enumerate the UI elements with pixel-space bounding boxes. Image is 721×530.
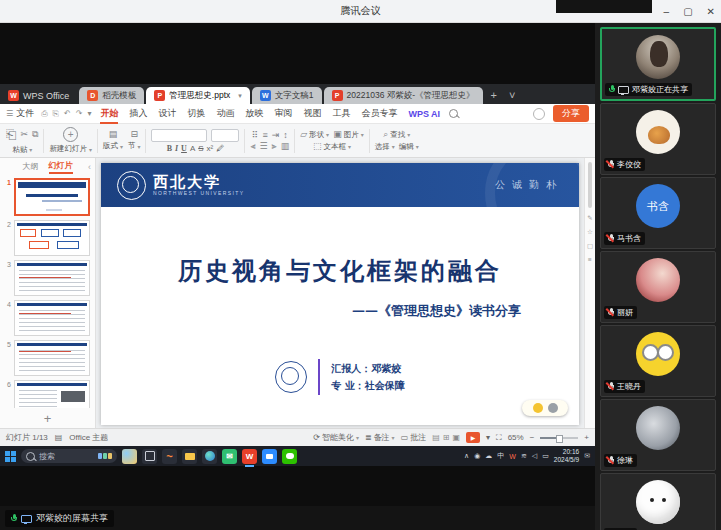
wps-app-icon[interactable]: W <box>242 449 257 464</box>
tab-dropdown-icon[interactable]: ▾ <box>238 92 242 100</box>
save-icon[interactable]: ⎙ <box>41 109 47 119</box>
underline-button[interactable]: U <box>181 144 187 153</box>
mail-app-icon[interactable]: ✉ <box>222 449 237 464</box>
start-button[interactable] <box>5 451 16 462</box>
wps-home-button[interactable]: W WPS Office <box>4 90 79 104</box>
assistant-icon[interactable] <box>533 403 543 413</box>
menu-item-view[interactable]: 视图 <box>301 106 323 121</box>
slide-thumbnail[interactable]: 5 <box>2 340 90 376</box>
menu-item-home[interactable]: 开始 <box>98 106 120 121</box>
slide-thumbnail[interactable]: 6 <box>2 380 90 408</box>
tray-expand-icon[interactable]: ∧ <box>464 452 469 460</box>
font-color-button[interactable]: A <box>190 144 195 153</box>
select-dropdown[interactable]: 选择▾ <box>375 142 395 152</box>
participant-tile[interactable]: 钟琦 <box>600 473 716 530</box>
redo-icon[interactable]: ↷ <box>76 109 83 119</box>
play-options-caret-icon[interactable]: ▾ <box>486 433 490 442</box>
numbering-icon[interactable]: ≡ <box>262 131 267 140</box>
wifi-icon[interactable]: ≋ <box>521 452 527 460</box>
taskbar-clock[interactable]: 20:16 2024/5/9 <box>554 448 579 464</box>
textbox-dropdown[interactable]: ⬚文本框▾ <box>313 142 351 152</box>
style-tool-icon[interactable]: ☆ <box>587 228 593 236</box>
new-slide-button[interactable]: 新建幻灯片▾ <box>49 144 92 154</box>
slide-thumbnail[interactable]: 4 <box>2 300 90 336</box>
menu-item-member[interactable]: 会员专享 <box>359 106 399 121</box>
find-dropdown[interactable]: ⌕查找▾ <box>383 130 410 140</box>
menu-item-wps-ai[interactable]: WPS AI <box>406 108 442 120</box>
line-spacing-icon[interactable]: ↕ <box>283 131 288 140</box>
maximize-button[interactable]: ▢ <box>683 6 692 17</box>
app-swirl-icon[interactable]: ~ <box>162 449 177 464</box>
copy-icon[interactable]: ⧉ <box>32 130 38 139</box>
add-slide-button[interactable]: + <box>0 408 95 428</box>
collapse-panel-icon[interactable]: ‹ <box>88 162 91 172</box>
tray-wps-icon[interactable]: W <box>509 453 516 460</box>
section-dropdown[interactable]: 节▾ <box>128 141 141 151</box>
new-tab-button[interactable]: + <box>485 89 503 104</box>
canvas-scrollbar[interactable] <box>588 162 592 208</box>
shapes-dropdown[interactable]: ▱形状▾ <box>300 130 329 140</box>
meeting-app-icon[interactable] <box>262 449 277 464</box>
menu-item-slideshow[interactable]: 放映 <box>243 106 265 121</box>
tab-docer[interactable]: D 稻壳模板 <box>79 87 144 104</box>
tab-other-presentation[interactable]: P 20221036 邓紫姣-《管理思想史》 <box>324 87 483 104</box>
tab-writer-document[interactable]: W 文字文稿1 <box>252 87 322 104</box>
quick-access-caret-icon[interactable]: ▾ <box>87 109 91 119</box>
tray-cloud-icon[interactable]: ☁ <box>485 452 492 460</box>
participant-tile[interactable]: 丽妍 <box>600 251 716 323</box>
file-explorer-icon[interactable] <box>182 449 197 464</box>
menu-item-animation[interactable]: 动画 <box>214 106 236 121</box>
panel-tool-icon[interactable]: ▢ <box>587 242 593 250</box>
layout-dropdown[interactable]: 版式▾ <box>103 141 123 151</box>
participant-tile[interactable]: 李佼佼 <box>600 103 716 175</box>
paste-button[interactable]: 粘贴▾ <box>12 145 32 155</box>
zoom-out-button[interactable]: − <box>530 433 535 442</box>
helper-icon[interactable] <box>548 403 558 413</box>
comments-button[interactable]: ▭批注 <box>401 432 427 443</box>
search-icon[interactable] <box>449 109 458 118</box>
slide-thumbnail[interactable]: 1 <box>2 178 90 216</box>
new-slide-icon[interactable]: + <box>63 127 78 142</box>
paste-icon[interactable]: ⎗ <box>6 127 16 143</box>
undo-icon[interactable]: ↶ <box>64 109 71 119</box>
indent-icon[interactable]: ⇥ <box>272 131 280 140</box>
view-normal-button[interactable]: ▤ <box>432 433 440 442</box>
file-menu[interactable]: ☰ 文件 <box>6 107 34 120</box>
participant-tile[interactable]: 王晓丹 <box>600 325 716 397</box>
play-slideshow-button[interactable]: ▶ <box>466 432 480 443</box>
pen-tool-icon[interactable]: ✎ <box>587 214 592 222</box>
italic-button[interactable]: I <box>175 144 178 153</box>
assistant-pill[interactable] <box>522 400 568 416</box>
share-button[interactable]: 分享 <box>553 105 589 122</box>
tray-browser-icon[interactable]: ◉ <box>474 452 480 460</box>
taskbar-search[interactable]: 搜索 <box>21 449 117 463</box>
superscript-button[interactable]: x² <box>207 144 214 153</box>
slide-thumbnail[interactable]: 2 <box>2 220 90 256</box>
zoom-slider[interactable] <box>540 437 578 439</box>
view-read-button[interactable]: ▣ <box>452 433 460 442</box>
font-size-select[interactable] <box>211 129 239 142</box>
outline-tab[interactable]: 大纲 <box>23 161 39 172</box>
minimize-button[interactable]: – <box>664 6 670 17</box>
align-left-icon[interactable]: ⫷ <box>250 142 255 151</box>
participant-tile[interactable]: 书含 马书含 <box>600 177 716 249</box>
volume-icon[interactable]: ◁ <box>532 452 537 460</box>
beautify-button[interactable]: ⟳智能美化▾ <box>313 432 359 443</box>
tab-list-caret-icon[interactable]: ˅ <box>503 89 521 104</box>
align-right-icon[interactable]: ⫸ <box>272 142 277 151</box>
edit-dropdown[interactable]: 编辑▾ <box>399 142 419 152</box>
close-button[interactable]: ✕ <box>707 6 715 17</box>
battery-icon[interactable]: ▭ <box>542 452 549 460</box>
widgets-icon[interactable] <box>122 449 137 464</box>
zoom-in-button[interactable]: + <box>584 433 589 442</box>
slide-canvas[interactable]: 西北大学 NORTHWEST UNIVERSITY 公诚勤朴 历史视角与文化框架… <box>96 158 584 428</box>
strikethrough-button[interactable]: S <box>198 144 203 153</box>
tab-active-document[interactable]: P 管理思想史.pptx ▾ <box>146 87 249 104</box>
notification-icon[interactable]: ✉ <box>584 452 590 460</box>
more-tools-icon[interactable]: ≡ <box>588 256 592 263</box>
print-icon[interactable]: ⎘ <box>53 109 59 119</box>
view-sorter-button[interactable]: ⊞ <box>443 433 450 442</box>
font-family-select[interactable] <box>151 129 207 142</box>
notes-button[interactable]: ≣备注▾ <box>365 432 395 443</box>
columns-icon[interactable]: ▥ <box>281 142 290 151</box>
